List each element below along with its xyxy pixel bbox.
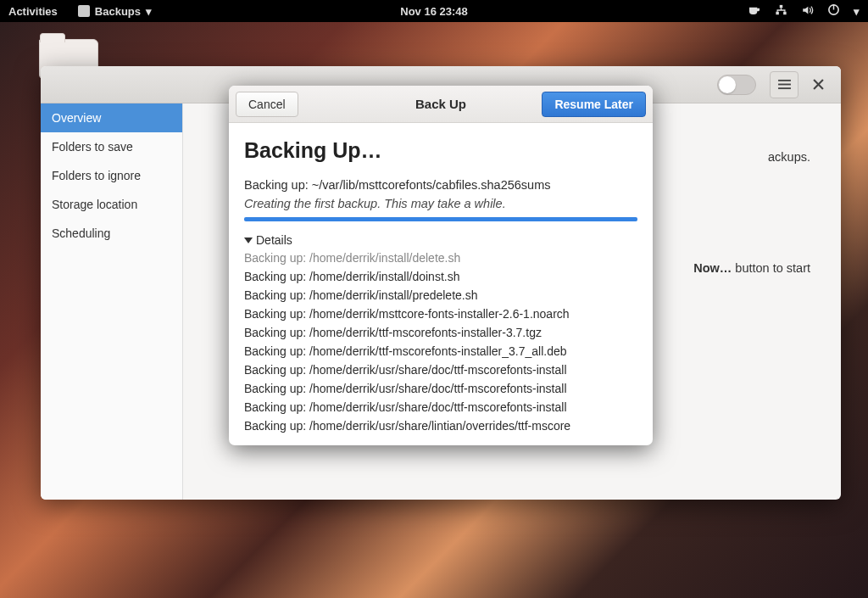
caffeine-icon[interactable] (748, 4, 761, 18)
log-line: Backing up: /home/derrik/ttf-mscorefonts… (244, 342, 637, 360)
sidebar: OverviewFolders to saveFolders to ignore… (41, 103, 183, 500)
log-line: Backing up: /home/derrik/usr/share/doc/t… (244, 379, 637, 398)
dialog-header: Cancel Back Up Resume Later (229, 86, 653, 123)
app-indicator-icon (78, 5, 90, 17)
dialog-heading: Backing Up… (244, 138, 637, 163)
svg-rect-2 (783, 11, 787, 14)
hamburger-icon (778, 79, 791, 90)
close-icon (813, 79, 824, 90)
current-file-status: Backing up: ~/var/lib/msttcorefonts/cabf… (244, 178, 637, 192)
backup-progress-dialog: Cancel Back Up Resume Later Backing Up… … (229, 86, 653, 445)
details-expander[interactable]: Details (244, 233, 637, 247)
svg-rect-4 (833, 4, 835, 10)
log-line: Backing up: /home/derrik/install/delete.… (244, 249, 637, 267)
system-menu-chevron-icon[interactable]: ▾ (854, 5, 860, 18)
hamburger-menu-button[interactable] (770, 71, 798, 98)
log-line: Backing up: /home/derrik/var/lib/msttcor… (244, 435, 637, 439)
window-close-button[interactable] (804, 71, 832, 98)
progress-bar (244, 217, 637, 221)
log-line: Backing up: /home/derrik/install/predele… (244, 286, 637, 305)
svg-rect-6 (778, 84, 791, 86)
network-icon[interactable] (775, 4, 787, 19)
app-menu-label[interactable]: Backups (95, 5, 141, 18)
log-line: Backing up: /home/derrik/usr/share/linti… (244, 416, 637, 435)
gnome-topbar: Activities Backups ▾ Nov 16 23:48 ▾ (0, 0, 868, 22)
sidebar-item-folders-to-save[interactable]: Folders to save (41, 132, 182, 161)
sidebar-item-overview[interactable]: Overview (41, 103, 182, 132)
details-label: Details (256, 233, 292, 247)
log-line: Backing up: /home/derrik/install/doinst.… (244, 267, 637, 286)
chevron-down-icon: ▾ (146, 5, 152, 18)
svg-rect-0 (780, 4, 783, 8)
volume-icon[interactable] (801, 4, 814, 19)
auto-backup-toggle[interactable] (717, 75, 756, 95)
svg-rect-7 (778, 87, 791, 89)
triangle-down-icon (244, 238, 253, 243)
log-line: Backing up: /home/derrik/usr/share/doc/t… (244, 360, 637, 379)
log-line: Backing up: /home/derrik/msttcore-fonts-… (244, 305, 637, 323)
sidebar-item-scheduling[interactable]: Scheduling (41, 219, 182, 248)
dialog-title: Back Up (415, 97, 466, 111)
activities-button[interactable]: Activities (8, 5, 58, 18)
status-subtext: Creating the first backup. This may take… (244, 197, 637, 210)
sidebar-item-storage-location[interactable]: Storage location (41, 190, 182, 219)
sidebar-item-folders-to-ignore[interactable]: Folders to ignore (41, 161, 182, 190)
backup-log: Backing up: /home/derrik/install/delete.… (244, 249, 637, 439)
power-icon[interactable] (827, 3, 840, 19)
log-line: Backing up: /home/derrik/ttf-mscorefonts… (244, 323, 637, 342)
log-line: Backing up: /home/derrik/usr/share/doc/t… (244, 398, 637, 416)
svg-rect-5 (778, 80, 791, 81)
clock[interactable]: Nov 16 23:48 (400, 5, 468, 18)
cancel-button[interactable]: Cancel (236, 92, 298, 117)
resume-later-button[interactable]: Resume Later (542, 92, 646, 117)
svg-rect-1 (776, 11, 779, 14)
